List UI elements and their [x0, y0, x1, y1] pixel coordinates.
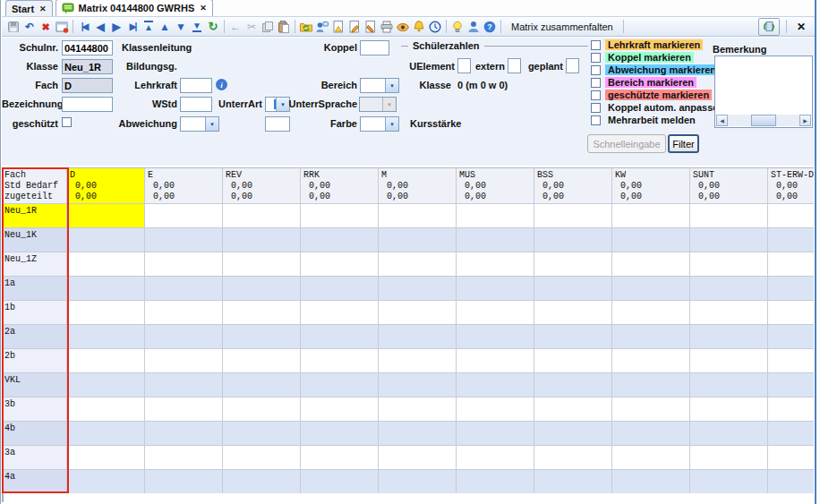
help-icon[interactable]: ? — [482, 19, 498, 34]
tab-matrix[interactable]: Matrix 04144800 GWRHS ✕ — [56, 0, 213, 16]
cell-Neu_1Z-BSS[interactable] — [534, 252, 612, 277]
nav-top-icon[interactable]: ▲ — [144, 21, 153, 32]
view-refresh-button[interactable] — [758, 18, 780, 36]
scrollbar-track[interactable] — [728, 115, 799, 126]
cell-Neu_1K-MUS[interactable] — [457, 228, 534, 252]
cell-3b-SUNT[interactable] — [690, 397, 768, 422]
column-header-REV[interactable]: REV0,000,00 — [223, 168, 301, 204]
chevron-down-icon[interactable]: ▼ — [382, 98, 396, 111]
row-header-Neu_1Z[interactable]: Neu_1Z — [2, 252, 67, 277]
cell-3a-ST-ERW-DM[interactable] — [768, 446, 814, 470]
matrix-collapse-button[interactable]: Matrix zusammenfalten — [504, 20, 620, 34]
cell-1b-REV[interactable] — [223, 301, 301, 325]
cut-icon[interactable]: ✂ — [243, 19, 260, 34]
nav-next-icon[interactable]: ▶ — [108, 19, 124, 34]
cell-4b-MUS[interactable] — [457, 422, 534, 446]
nav-up-icon[interactable]: ▲ — [157, 19, 173, 34]
unterrart-value-input[interactable] — [265, 116, 290, 132]
cell-1a-RRK[interactable] — [301, 277, 379, 301]
cell-2b-E[interactable] — [145, 349, 223, 373]
cell-1b-RRK[interactable] — [301, 301, 379, 325]
cell-1b-BSS[interactable] — [534, 301, 612, 325]
cell-VKL-SUNT[interactable] — [690, 373, 768, 397]
cell-2b-BSS[interactable] — [534, 349, 612, 373]
user-icon[interactable] — [466, 19, 482, 34]
chevron-down-icon[interactable]: ▼ — [205, 117, 218, 131]
cell-1b-E[interactable] — [145, 301, 223, 325]
cell-Neu_1R-D[interactable] — [67, 204, 145, 228]
cell-2a-REV[interactable] — [223, 325, 301, 349]
farbe-dropdown[interactable]: ▼ — [360, 116, 399, 132]
cell-2a-ST-ERW-DM[interactable] — [768, 325, 814, 349]
cell-3b-RRK[interactable] — [301, 397, 379, 422]
filter-button[interactable]: Filter — [668, 134, 699, 153]
cell-4a-REV[interactable] — [223, 470, 301, 493]
klasse-input[interactable] — [62, 59, 113, 74]
bemerkung-textarea[interactable]: ◀ ▶ — [714, 56, 813, 128]
cell-4a-KW[interactable] — [612, 470, 690, 493]
marker-checkbox-6[interactable] — [591, 115, 601, 125]
cell-4b-ST-ERW-DM[interactable] — [768, 422, 814, 446]
cell-Neu_1R-E[interactable] — [145, 204, 223, 228]
cell-3b-E[interactable] — [145, 397, 223, 422]
row-header-3b[interactable]: 3b — [2, 397, 67, 422]
cell-2a-M[interactable] — [379, 325, 457, 349]
cell-1a-REV[interactable] — [223, 277, 301, 301]
cell-4a-ST-ERW-DM[interactable] — [768, 470, 814, 493]
column-header-KW[interactable]: KW0,000,00 — [612, 168, 690, 204]
form-edit-icon[interactable] — [54, 19, 70, 34]
cell-3a-E[interactable] — [145, 446, 223, 470]
marker-checkbox-4[interactable] — [591, 90, 601, 100]
nav-first-icon[interactable]: |◀ — [76, 19, 92, 34]
bezeichnung-input[interactable] — [62, 97, 113, 112]
cell-Neu_1K-SUNT[interactable] — [690, 228, 768, 252]
save-icon[interactable] — [5, 19, 21, 34]
cell-Neu_1K-RRK[interactable] — [301, 228, 379, 252]
marker-checkbox-3[interactable] — [591, 78, 601, 88]
lightbulb-icon[interactable] — [449, 19, 466, 34]
cell-1a-M[interactable] — [379, 277, 457, 301]
row-header-1a[interactable]: 1a — [2, 277, 67, 301]
bemerkung-scrollbar[interactable]: ◀ ▶ — [716, 115, 811, 126]
row-header-VKL[interactable]: VKL — [2, 373, 67, 397]
cell-1a-KW[interactable] — [612, 277, 690, 301]
cell-3a-D[interactable] — [67, 446, 145, 470]
column-header-E[interactable]: E0,000,00 — [145, 168, 223, 204]
cell-4a-M[interactable] — [379, 470, 457, 493]
cell-Neu_1Z-M[interactable] — [379, 252, 457, 277]
cell-Neu_1Z-D[interactable] — [67, 252, 145, 277]
column-header-SUNT[interactable]: SUNT0,000,00 — [690, 168, 768, 204]
cell-1a-ST-ERW-DM[interactable] — [768, 277, 814, 301]
nav-prev-icon[interactable]: ◀ — [92, 19, 108, 34]
cell-3b-ST-ERW-DM[interactable] — [768, 397, 814, 422]
cell-Neu_1Z-SUNT[interactable] — [690, 252, 768, 277]
row-header-2a[interactable]: 2a — [2, 325, 67, 349]
marker-checkbox-1[interactable] — [591, 53, 601, 63]
cell-Neu_1K-E[interactable] — [145, 228, 223, 252]
tab-start-close-icon[interactable]: ✕ — [39, 4, 47, 13]
row-header-4a[interactable]: 4a — [2, 470, 67, 493]
cell-1a-D[interactable] — [67, 277, 145, 301]
cell-Neu_1R-RRK[interactable] — [301, 204, 379, 228]
cell-Neu_1K-ST-ERW-DM[interactable] — [768, 228, 814, 252]
cell-4a-MUS[interactable] — [457, 470, 534, 493]
marker-checkbox-2[interactable] — [591, 65, 601, 75]
cell-2b-REV[interactable] — [223, 349, 301, 373]
cell-4b-RRK[interactable] — [301, 422, 379, 446]
user-comment-icon[interactable] — [314, 19, 330, 34]
cell-3a-SUNT[interactable] — [690, 446, 768, 470]
preview-eye-icon[interactable] — [395, 19, 411, 34]
cell-VKL-ST-ERW-DM[interactable] — [768, 373, 814, 397]
cell-1a-SUNT[interactable] — [690, 277, 768, 301]
cell-Neu_1R-KW[interactable] — [612, 204, 690, 228]
schnelleingabe-button[interactable]: Schnelleingabe — [587, 134, 666, 153]
document-write-icon[interactable] — [363, 19, 379, 34]
column-header-BSS[interactable]: BSS0,000,00 — [534, 168, 612, 204]
tab-matrix-close-icon[interactable]: ✕ — [200, 4, 207, 13]
cell-VKL-MUS[interactable] — [457, 373, 534, 397]
cell-4b-E[interactable] — [145, 422, 223, 446]
abweichung-dropdown[interactable]: ▼ — [180, 116, 219, 132]
panel-close-icon[interactable]: ✕ — [793, 21, 809, 33]
undo-icon[interactable]: ↶ — [21, 19, 38, 34]
cell-3b-D[interactable] — [67, 397, 145, 422]
